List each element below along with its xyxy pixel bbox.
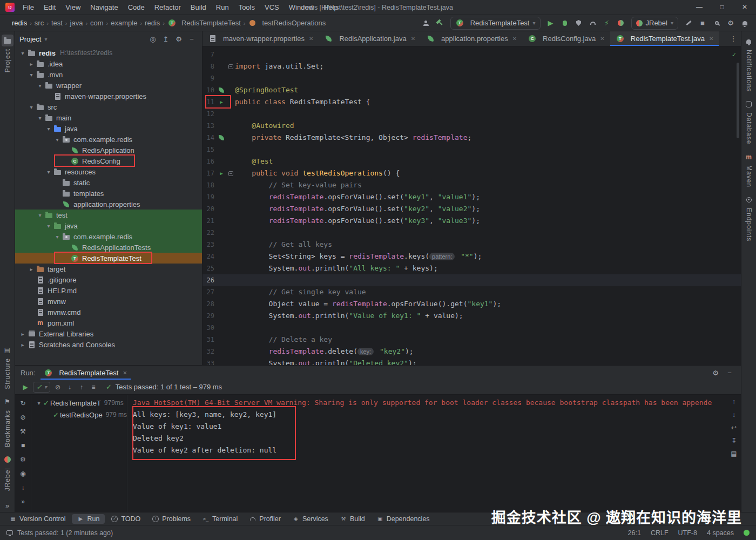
spring-bean-icon[interactable] xyxy=(217,132,226,144)
test-item-testredisope[interactable]: ✓testRedisOpe979 ms xyxy=(31,409,127,421)
more-tool-windows-icon[interactable]: » xyxy=(5,502,9,510)
thread-dump-icon[interactable]: ◉ xyxy=(17,468,29,479)
toolwindow-build[interactable]: ⚒Build xyxy=(335,514,370,524)
code-text[interactable]: System.out.println("Deleted key2"); xyxy=(235,357,417,365)
tree-item-redisapplicationtests[interactable]: RedisApplicationTests xyxy=(15,242,202,253)
chevron-down-icon[interactable]: ▾ xyxy=(36,115,44,121)
debug-icon[interactable] xyxy=(558,17,572,30)
code-text[interactable]: public void testRedisOperations() { xyxy=(235,167,400,179)
close-icon[interactable]: ✕ xyxy=(309,36,313,42)
toolwindow-profiler[interactable]: Profiler xyxy=(244,514,286,524)
import-test-results-icon[interactable]: ↓ xyxy=(17,482,29,493)
stripe-endpoints[interactable]: Endpoints xyxy=(743,194,755,241)
breadcrumb-item-redis[interactable]: redis xyxy=(11,19,28,27)
code-text[interactable]: import java.util.Set; xyxy=(235,60,323,72)
stop-icon[interactable]: ⊘ xyxy=(52,381,64,393)
tree-item-resources[interactable]: ▾resources xyxy=(15,166,202,177)
settings-gear-icon[interactable]: ⚙ xyxy=(173,33,185,45)
close-icon[interactable]: ✕ xyxy=(411,36,415,42)
chevron-down-icon[interactable]: ▾ xyxy=(53,137,62,143)
settings-gear-icon[interactable]: ⚙ xyxy=(17,454,29,465)
indent-style[interactable]: 4 spaces xyxy=(707,529,734,537)
tree-item-static[interactable]: static xyxy=(15,177,202,188)
run-gutter-icon[interactable]: ▶ xyxy=(217,167,226,179)
build-hammer-icon[interactable] xyxy=(433,17,447,30)
stripe-maven[interactable]: mMaven xyxy=(743,151,755,187)
tab-options-icon[interactable]: ⋮ xyxy=(726,31,741,46)
editor[interactable]: 78import java.util.Set;910@SpringBootTes… xyxy=(202,46,741,365)
scroll-to-end-icon[interactable]: ↧ xyxy=(731,437,737,444)
close-icon[interactable]: ✕ xyxy=(512,36,517,42)
chevron-down-icon[interactable]: ▾ xyxy=(27,104,36,110)
cleanup-icon[interactable] xyxy=(681,17,696,30)
code-text[interactable]: System.out.println("All keys: " + keys); xyxy=(235,262,438,274)
tab-application-properties[interactable]: application.properties✕ xyxy=(421,31,522,46)
profiler-icon[interactable] xyxy=(586,17,600,30)
rerun-failed-icon[interactable]: ⊘ xyxy=(17,412,29,423)
tree-item-mvn[interactable]: ▾.mvn xyxy=(15,69,202,80)
tab-maven-wrapper-properties[interactable]: maven-wrapper.properties✕ xyxy=(202,31,319,46)
console-line[interactable]: All keys: [key3, name, key2, key1] xyxy=(133,409,727,421)
code-text[interactable]: @Autowired xyxy=(235,120,294,132)
jrebel-debug-icon[interactable] xyxy=(614,17,628,30)
menu-tools[interactable]: Tools xyxy=(234,0,260,15)
breadcrumb-item-redis[interactable]: redis xyxy=(144,19,161,27)
status-message[interactable]: Tests passed: 1 (2 minutes ago) xyxy=(17,529,113,537)
chevron-down-icon[interactable]: ▾ xyxy=(44,169,53,175)
print-icon[interactable]: ▤ xyxy=(731,450,737,457)
stop-icon[interactable]: ■ xyxy=(696,17,710,30)
code-text[interactable]: Object value = redisTemplate.opsForValue… xyxy=(235,298,501,310)
tree-item-main[interactable]: ▾main xyxy=(15,112,202,123)
jrebel-status-icon[interactable] xyxy=(744,530,750,536)
toolwindow-run[interactable]: ▶Run xyxy=(72,514,105,524)
chevron-down-icon[interactable]: ▾ xyxy=(53,234,62,240)
line-separator[interactable]: CRLF xyxy=(651,529,669,537)
editor-scrollbar[interactable] xyxy=(737,63,739,138)
code-text[interactable]: Set<String> keys = redisTemplate.keys(pa… xyxy=(235,251,482,262)
chevron-right-icon[interactable]: ▸ xyxy=(18,342,27,348)
code-text[interactable]: redisTemplate.opsForValue().set("key1", … xyxy=(235,191,480,203)
console-line[interactable]: Deleted key2 xyxy=(133,433,727,444)
chevron-down-icon[interactable]: ▾ xyxy=(44,223,53,229)
file-encoding[interactable]: UTF-8 xyxy=(678,529,697,537)
caret-position[interactable]: 26:1 xyxy=(628,529,641,537)
tree-item-gitignore[interactable]: .gitignore xyxy=(15,274,202,285)
code-text[interactable]: // Set key-value pairs xyxy=(235,179,362,191)
menu-navigate[interactable]: Navigate xyxy=(85,0,123,15)
close-icon[interactable]: ✕ xyxy=(600,36,604,42)
chevron-down-icon[interactable]: ▾ xyxy=(27,72,36,78)
settings-icon[interactable]: ⚙ xyxy=(724,17,738,30)
code-text[interactable]: // Get all keys xyxy=(235,239,332,251)
menu-view[interactable]: View xyxy=(60,0,85,15)
chevron-down-icon[interactable]: ▾ xyxy=(36,83,44,89)
breadcrumb-item-test[interactable]: test xyxy=(50,19,64,27)
stripe-project[interactable]: Project xyxy=(2,35,14,72)
run-gutter-icon[interactable]: ▶ xyxy=(217,96,226,108)
sort-alphabetically-icon[interactable]: ↓ xyxy=(64,381,76,393)
fold-icon[interactable] xyxy=(226,167,235,179)
code-text[interactable]: private RedisTemplate<String, Object> re… xyxy=(235,132,471,144)
tree-item-idea[interactable]: ▸.idea xyxy=(15,58,202,69)
tree-item-external-libraries[interactable]: ▸External Libraries xyxy=(15,328,202,339)
test-item-redistemplatet[interactable]: ▾✓RedisTemplateT979ms xyxy=(31,397,127,409)
code-text[interactable]: @Test xyxy=(235,156,273,167)
tree-item-src[interactable]: ▾src xyxy=(15,102,202,112)
notifications-icon[interactable] xyxy=(738,17,752,30)
stripe-bookmarks[interactable]: ⚑Bookmarks xyxy=(2,396,14,447)
tree-item-templates[interactable]: templates xyxy=(15,188,202,199)
breadcrumb-item-redistemplatetest[interactable]: TRedisTemplateTest xyxy=(166,19,242,28)
tree-item-java[interactable]: ▾java xyxy=(15,220,202,231)
collaboration-icon[interactable] xyxy=(419,17,433,30)
code-text[interactable]: public class RedisTemplateTest { xyxy=(235,96,370,108)
console-line[interactable]: Value of key2 after deletion: null xyxy=(133,444,727,456)
rerun-tests-icon[interactable]: ▶ xyxy=(19,381,31,393)
tree-item-target[interactable]: ▸target xyxy=(15,264,202,274)
collapse-all-icon[interactable]: ↥ xyxy=(160,33,172,45)
menu-code[interactable]: Code xyxy=(123,0,150,15)
tree-item-scratches-and-consoles[interactable]: ▸Scratches and Consoles xyxy=(15,339,202,350)
stripe-structure[interactable]: ▤Structure xyxy=(2,344,14,389)
tree-item-application-properties[interactable]: application.properties xyxy=(15,199,202,210)
maximize-button[interactable]: □ xyxy=(711,0,733,15)
chevron-right-icon[interactable]: ▸ xyxy=(18,331,27,337)
tree-item-maven-wrapper-properties[interactable]: maven-wrapper.properties xyxy=(15,91,202,102)
